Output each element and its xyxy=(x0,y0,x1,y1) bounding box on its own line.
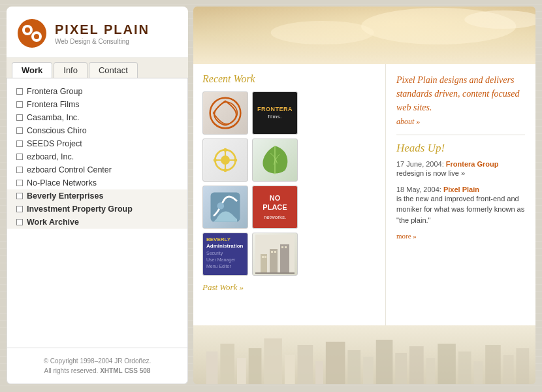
thumb-noplace[interactable]: NOPLACEnetworks. xyxy=(252,186,298,229)
svg-rect-30 xyxy=(285,246,287,248)
svg-rect-33 xyxy=(220,344,234,384)
svg-rect-5 xyxy=(193,7,535,64)
about-link[interactable]: about » xyxy=(396,117,420,126)
nav-item-icon xyxy=(16,140,23,147)
nav-item-icon xyxy=(16,101,23,108)
past-work-link[interactable]: Past Work » xyxy=(202,282,376,293)
news-text-2: is the new and improved front-end and mo… xyxy=(396,193,525,226)
news-date-2: 18 May, 2004: Pixel Plain xyxy=(396,186,525,193)
nav-item-seeds[interactable]: SEEDS Project xyxy=(7,137,187,150)
nav-item-frontera-films[interactable]: Frontera Films xyxy=(7,98,187,111)
nav-item-conscious-chiro[interactable]: Conscious Chiro xyxy=(7,124,187,137)
svg-rect-46 xyxy=(426,358,436,384)
svg-rect-49 xyxy=(473,361,483,384)
beverly-menu: SecurityUser ManagerMenu Editor xyxy=(206,250,235,269)
svg-rect-22 xyxy=(270,249,278,272)
svg-rect-23 xyxy=(280,244,289,272)
nav-list: Frontera Group Frontera Films Casamba, I… xyxy=(7,78,188,348)
svg-point-6 xyxy=(361,8,516,44)
logo-icon xyxy=(17,18,47,48)
svg-rect-25 xyxy=(262,256,264,258)
thumb-frontera-group[interactable] xyxy=(202,91,248,135)
nav-item-icon xyxy=(16,127,23,134)
main-bottom-banner xyxy=(193,325,535,384)
logo-subtitle: Web Design & Consulting xyxy=(55,38,150,45)
thumb-casamba[interactable] xyxy=(202,139,248,182)
svg-rect-29 xyxy=(281,246,283,248)
copyright-line2: All rights reserved. XHTML CSS 508 xyxy=(16,366,178,376)
svg-rect-35 xyxy=(249,348,262,384)
recent-work-title: Recent Work xyxy=(202,73,376,85)
nav-item-beverly[interactable]: Beverly Enterprises xyxy=(7,189,187,203)
nav-item-icon xyxy=(16,193,23,199)
thumb-beverly[interactable]: BEVERLYAdministration SecurityUser Manag… xyxy=(202,233,248,276)
svg-rect-37 xyxy=(285,355,295,384)
heads-up-title: Heads Up! xyxy=(396,142,525,155)
main-content: Recent Work FRONTERAfilms. xyxy=(193,7,535,384)
thumbs-grid: FRONTERAfilms. xyxy=(202,91,376,276)
logo-title: PIXEL PLAIN xyxy=(55,22,150,37)
tab-info[interactable]: Info xyxy=(54,62,88,78)
svg-rect-39 xyxy=(315,361,323,384)
more-link[interactable]: more » xyxy=(396,232,525,240)
svg-rect-36 xyxy=(264,338,282,384)
news-item-1: 17 June, 2004: Frontera Group redesign i… xyxy=(396,160,525,179)
svg-rect-27 xyxy=(271,251,273,253)
noplace-label: NOPLACEnetworks. xyxy=(263,193,287,221)
nav-item-icon xyxy=(16,88,23,95)
svg-point-4 xyxy=(34,34,39,39)
logo-area: PIXEL PLAIN Web Design & Consulting xyxy=(7,7,188,58)
tab-contact[interactable]: Contact xyxy=(89,62,138,78)
svg-rect-48 xyxy=(458,351,471,384)
svg-rect-47 xyxy=(438,344,456,384)
thumb-frontera-films[interactable]: FRONTERAfilms. xyxy=(252,91,298,135)
svg-rect-34 xyxy=(237,358,246,384)
svg-rect-51 xyxy=(503,355,514,384)
svg-rect-42 xyxy=(363,357,374,384)
svg-point-17 xyxy=(234,158,237,161)
news-item-2: 18 May, 2004: Pixel Plain is the new and… xyxy=(396,186,525,226)
svg-rect-26 xyxy=(264,256,266,258)
nav-item-noplace[interactable]: No-Place Networks xyxy=(7,176,187,189)
nav-item-icon xyxy=(16,154,23,160)
nav-item-work-archive[interactable]: Work Archive xyxy=(7,216,187,229)
svg-rect-52 xyxy=(516,348,529,384)
svg-point-15 xyxy=(223,169,227,172)
beverly-label: BEVERLYAdministration xyxy=(206,237,243,249)
svg-point-3 xyxy=(25,27,30,33)
main-body-left: Recent Work FRONTERAfilms. xyxy=(193,64,386,325)
nav-item-icon xyxy=(16,167,23,173)
thumb-conscious[interactable] xyxy=(252,139,298,182)
svg-rect-32 xyxy=(206,351,218,384)
nav-item-investment[interactable]: Investment Property Group xyxy=(7,203,187,216)
nav-item-icon xyxy=(16,114,23,121)
news-text-1: redesign is now live » xyxy=(396,168,525,179)
svg-rect-41 xyxy=(347,350,360,384)
svg-point-19 xyxy=(217,203,224,210)
nav-item-icon xyxy=(16,180,23,186)
svg-point-14 xyxy=(223,148,227,152)
svg-rect-40 xyxy=(326,342,345,384)
nav-item-icon xyxy=(16,206,23,212)
svg-point-7 xyxy=(271,21,374,44)
copyright-area: © Copyright 1998–2004 JR Ordoñez. All ri… xyxy=(7,348,188,384)
tab-work[interactable]: Work xyxy=(12,62,52,78)
main-top-banner xyxy=(193,7,535,64)
news-date-1: 17 June, 2004: Frontera Group xyxy=(396,160,525,168)
nav-item-frontera-group[interactable]: Frontera Group xyxy=(7,85,187,98)
thumb-seeds[interactable] xyxy=(202,186,248,229)
svg-point-8 xyxy=(464,10,535,29)
nav-item-icon xyxy=(16,219,23,225)
nav-item-casamba[interactable]: Casamba, Inc. xyxy=(7,111,187,124)
nav-item-ezboard[interactable]: ezboard, Inc. xyxy=(7,150,187,163)
thumb-investment[interactable] xyxy=(252,233,298,276)
sidebar: PIXEL PLAIN Web Design & Consulting Work… xyxy=(7,7,188,384)
svg-rect-45 xyxy=(409,346,424,384)
main-body-right: Pixel Plain designs and delivers standar… xyxy=(386,64,535,325)
divider xyxy=(396,135,525,135)
nav-item-ezboard-cc[interactable]: ezboard Control Center xyxy=(7,163,187,176)
tabs-row: Work Info Contact xyxy=(7,58,188,78)
svg-rect-38 xyxy=(298,345,313,384)
svg-rect-28 xyxy=(274,251,276,253)
tagline: Pixel Plain designs and delivers standar… xyxy=(396,73,525,128)
